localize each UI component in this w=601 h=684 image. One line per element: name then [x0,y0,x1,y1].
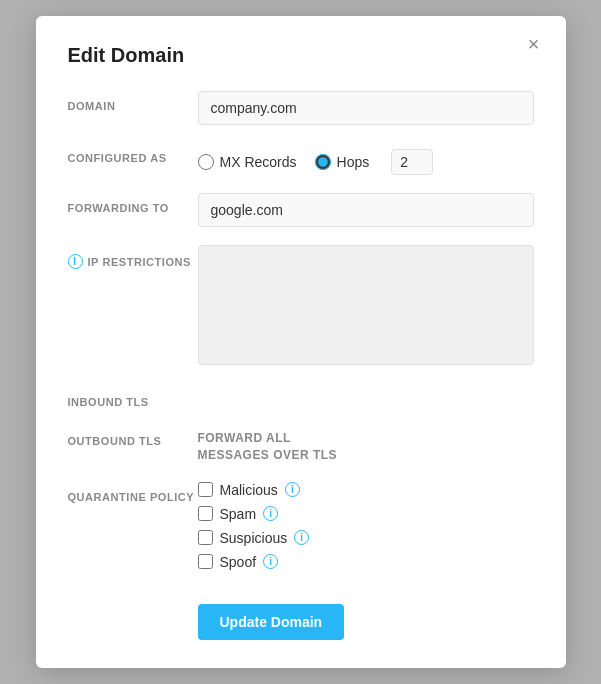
hops-radio[interactable] [315,154,331,170]
domain-row: DOMAIN [68,91,534,125]
spoof-option[interactable]: Spoof i [198,554,534,570]
spam-info-icon[interactable]: i [263,506,278,521]
inbound-tls-label: INBOUND TLS [68,387,198,408]
domain-input[interactable] [198,91,534,125]
forwarding-to-row: FORWARDING TO [68,193,534,227]
spoof-checkbox[interactable] [198,554,213,569]
ip-restrictions-label: IP RESTRICTIONS [88,256,191,268]
outbound-tls-sublabel: FORWARD ALLMESSAGES OVER TLS [198,426,534,464]
configured-as-row: CONFIGURED AS MX Records Hops [68,143,534,175]
hops-label: Hops [337,154,370,170]
domain-label: DOMAIN [68,91,198,112]
update-button-wrap: Update Domain [68,596,534,640]
hops-input[interactable] [391,149,433,175]
inbound-tls-control [198,387,534,405]
outbound-tls-control: FORWARD ALLMESSAGES OVER TLS [198,426,534,464]
spoof-label: Spoof [220,554,257,570]
ip-restrictions-label-wrap: i IP RESTRICTIONS [68,245,198,269]
suspicious-label: Suspicious [220,530,288,546]
mx-records-label: MX Records [220,154,297,170]
spoof-info-icon[interactable]: i [263,554,278,569]
edit-domain-modal: × Edit Domain DOMAIN CONFIGURED AS MX Re… [36,16,566,668]
mx-records-option[interactable]: MX Records [198,154,297,170]
malicious-option[interactable]: Malicious i [198,482,534,498]
ip-restrictions-info-icon[interactable]: i [68,254,83,269]
hops-option[interactable]: Hops [315,154,370,170]
close-button[interactable]: × [522,32,546,56]
ip-restrictions-field-wrap [198,245,534,369]
quarantine-policy-row: QUARANTINE POLICY Malicious i Spam i Sus… [68,482,534,578]
suspicious-checkbox[interactable] [198,530,213,545]
malicious-checkbox[interactable] [198,482,213,497]
configured-as-options: MX Records Hops [198,143,534,175]
spam-checkbox[interactable] [198,506,213,521]
forwarding-to-input[interactable] [198,193,534,227]
outbound-tls-label: OUTBOUND TLS [68,426,198,447]
forwarding-to-field-wrap [198,193,534,227]
modal-title: Edit Domain [68,44,534,67]
configured-as-label: CONFIGURED AS [68,143,198,164]
inbound-tls-row: INBOUND TLS [68,387,534,408]
outbound-tls-row: OUTBOUND TLS FORWARD ALLMESSAGES OVER TL… [68,426,534,464]
domain-field-wrap [198,91,534,125]
update-domain-button[interactable]: Update Domain [198,604,345,640]
quarantine-policy-options: Malicious i Spam i Suspicious i Spoof i [198,482,534,578]
mx-records-radio[interactable] [198,154,214,170]
malicious-info-icon[interactable]: i [285,482,300,497]
suspicious-option[interactable]: Suspicious i [198,530,534,546]
spam-option[interactable]: Spam i [198,506,534,522]
quarantine-policy-label: QUARANTINE POLICY [68,482,198,503]
ip-restrictions-row: i IP RESTRICTIONS [68,245,534,369]
suspicious-info-icon[interactable]: i [294,530,309,545]
forwarding-to-label: FORWARDING TO [68,193,198,214]
modal-overlay: × Edit Domain DOMAIN CONFIGURED AS MX Re… [0,0,601,684]
spam-label: Spam [220,506,257,522]
malicious-label: Malicious [220,482,278,498]
ip-restrictions-textarea[interactable] [198,245,534,365]
